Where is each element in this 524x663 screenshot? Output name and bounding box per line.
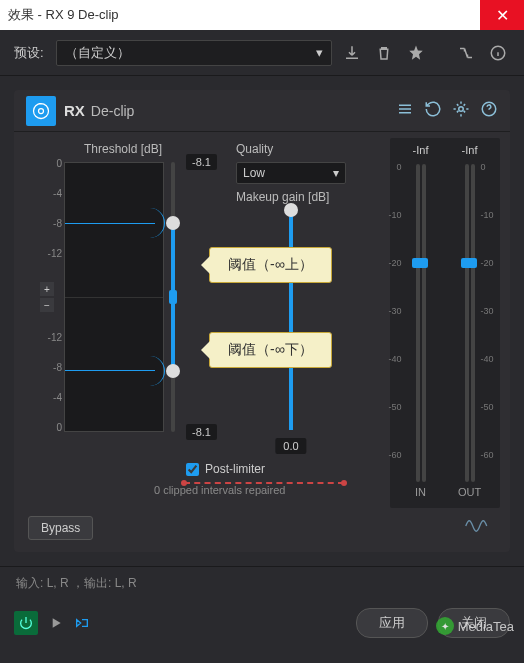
plugin-name: De-clip	[91, 103, 135, 119]
chevron-down-icon: ▾	[316, 45, 323, 60]
window-titlebar: 效果 - RX 9 De-clip ✕	[0, 0, 524, 30]
preset-favorite-icon[interactable]	[404, 41, 428, 65]
window-close-button[interactable]: ✕	[480, 0, 524, 30]
threshold-link-icon[interactable]	[169, 290, 177, 304]
meter-out-track: 0 -10 -20 -30 -40 -50 -60	[455, 164, 485, 482]
plugin-panel: RX De-clip Threshold [dB] 0 -4 -8 -12	[14, 90, 510, 552]
threshold-slider[interactable]	[166, 162, 180, 432]
annotation-upper: 阈值（-∞上）	[209, 247, 332, 283]
meter-tick: -60	[388, 450, 401, 460]
meter-tick: -30	[388, 306, 401, 316]
makeup-slider[interactable]: 0.0	[236, 210, 346, 430]
plugin-header: RX De-clip	[14, 90, 510, 132]
meter-out-label: OUT	[458, 486, 481, 502]
history-icon[interactable]	[424, 100, 442, 122]
annotation-lower: 阈值（-∞下）	[209, 332, 332, 368]
preset-save-icon[interactable]	[340, 41, 364, 65]
list-icon[interactable]	[396, 100, 414, 122]
meter-tick: 0	[396, 162, 401, 172]
play-button[interactable]	[48, 615, 64, 631]
zoom-out-button[interactable]: −	[40, 298, 54, 312]
preset-delete-icon[interactable]	[372, 41, 396, 65]
meter-in-handle[interactable]	[412, 258, 428, 268]
quality-section: Quality Low ▾	[236, 142, 346, 184]
rx-logo-icon	[26, 96, 56, 126]
meter-in-track: 0 -10 -20 -30 -40 -50 -60	[406, 164, 436, 482]
threshold-handle-upper[interactable]	[166, 216, 180, 230]
quality-label: Quality	[236, 142, 346, 156]
meter-tick: -50	[388, 402, 401, 412]
help-icon[interactable]	[480, 100, 498, 122]
preset-select[interactable]: （自定义） ▾	[56, 40, 332, 66]
threshold-graph[interactable]	[64, 162, 164, 432]
watermark-text: MediaTea	[458, 619, 514, 634]
meter-in-peak: -Inf	[413, 144, 429, 160]
threshold-value-bottom[interactable]: -8.1	[186, 424, 217, 440]
plugin-body: Threshold [dB] 0 -4 -8 -12 -12 -8 -4 0 +	[14, 132, 510, 552]
meter-tick: -50	[481, 402, 494, 412]
zoom-in-button[interactable]: +	[40, 282, 54, 296]
scale-tick: 0	[42, 158, 62, 169]
brand-text: RX	[64, 102, 85, 119]
meter-in-label: IN	[415, 486, 426, 502]
apply-button[interactable]: 应用	[356, 608, 428, 638]
waveform-icon[interactable]	[464, 516, 492, 540]
threshold-label: Threshold [dB]	[48, 142, 198, 156]
bypass-button[interactable]: Bypass	[28, 516, 93, 540]
quality-value: Low	[243, 166, 265, 180]
meters: -Inf 0 -10 -20 -30 -40 -50 -60	[390, 138, 500, 508]
gear-icon[interactable]	[452, 100, 470, 122]
meter-tick: -10	[388, 210, 401, 220]
scale-tick: -12	[42, 332, 62, 343]
export-button[interactable]	[74, 615, 90, 631]
meter-in: -Inf 0 -10 -20 -30 -40 -50 -60	[396, 144, 445, 502]
chevron-down-icon: ▾	[333, 166, 339, 180]
makeup-handle[interactable]	[284, 203, 298, 217]
clipped-status: 0 clipped intervals repaired	[154, 484, 285, 496]
meter-out: -Inf 0 -10 -20 -30 -40 -50 -60	[445, 144, 494, 502]
meter-tick: -40	[388, 354, 401, 364]
wechat-icon: ✦	[436, 617, 454, 635]
scale-tick: -8	[42, 218, 62, 229]
makeup-section: Makeup gain [dB] 0.0	[236, 190, 346, 430]
post-limiter-row: Post-limiter	[186, 462, 265, 476]
makeup-value[interactable]: 0.0	[275, 438, 306, 454]
threshold-value-top[interactable]: -8.1	[186, 154, 217, 170]
info-icon[interactable]	[486, 41, 510, 65]
scale-tick: 0	[42, 422, 62, 433]
scale-tick: -4	[42, 392, 62, 403]
preset-row: 预设: （自定义） ▾	[0, 30, 524, 76]
quality-select[interactable]: Low ▾	[236, 162, 346, 184]
post-limiter-label: Post-limiter	[205, 462, 265, 476]
meter-tick: -20	[388, 258, 401, 268]
meter-tick: -20	[481, 258, 494, 268]
preset-value: （自定义）	[65, 44, 130, 62]
svg-point-2	[459, 106, 464, 111]
scale-tick: -8	[42, 362, 62, 373]
power-button[interactable]	[14, 611, 38, 635]
threshold-handle-lower[interactable]	[166, 364, 180, 378]
scale-tick: -4	[42, 188, 62, 199]
scale-tick: -12	[42, 248, 62, 259]
threshold-section: Threshold [dB] 0 -4 -8 -12 -12 -8 -4 0 +	[48, 142, 198, 432]
meter-out-peak: -Inf	[462, 144, 478, 160]
svg-point-1	[39, 108, 44, 113]
meter-out-handle[interactable]	[461, 258, 477, 268]
preset-label: 预设:	[14, 44, 44, 62]
meter-tick: -10	[481, 210, 494, 220]
meter-tick: -40	[481, 354, 494, 364]
meter-tick: -30	[481, 306, 494, 316]
makeup-label: Makeup gain [dB]	[236, 190, 346, 204]
routing-icon[interactable]	[454, 41, 478, 65]
io-status: 输入: L, R ，输出: L, R	[0, 566, 524, 600]
meter-tick: 0	[481, 162, 486, 172]
watermark: ✦ MediaTea	[436, 617, 514, 635]
meter-tick: -60	[481, 450, 494, 460]
post-limiter-checkbox[interactable]	[186, 463, 199, 476]
window-title: 效果 - RX 9 De-clip	[8, 6, 119, 24]
